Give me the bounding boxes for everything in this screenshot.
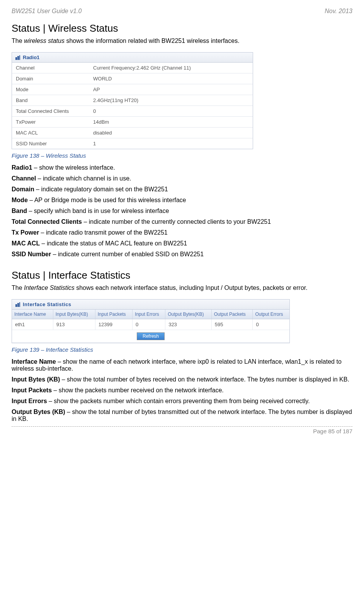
radio1-panel-header: Radio1 — [12, 53, 253, 63]
def-input-errors: Input Errors – show the packets number w… — [12, 398, 352, 405]
def-input-bytes: Input Bytes (KB) – show the total number… — [12, 376, 352, 383]
table-row: ModeAP — [12, 84, 253, 95]
svg-rect-3 — [15, 304, 17, 307]
figure-138-caption: Figure 138 – Wireless Status — [12, 152, 352, 159]
def-radio1: Radio1 – show the wireless interface. — [12, 164, 352, 171]
stats-refresh-row: Refresh — [12, 330, 289, 343]
def-mode: Mode – AP or Bridge mode is be used for … — [12, 197, 352, 204]
svg-rect-2 — [19, 55, 20, 60]
def-input-packets: Input Packets – show the packets number … — [12, 387, 352, 394]
stats-table: Interface Name Input Bytes(KB) Input Pac… — [12, 310, 289, 343]
stats-title: Interface Statistics — [23, 301, 71, 307]
def-output-bytes: Output Bytes (KB) – show the total numbe… — [12, 409, 352, 422]
page-number: Page 85 of 187 — [313, 428, 352, 434]
def-domain: Domain – indicate regulatory domain set … — [12, 186, 352, 193]
radio1-title: Radio1 — [23, 54, 39, 60]
table-row: SSID Number1 — [12, 138, 253, 149]
def-tx-power: Tx Power – indicate radio transmit power… — [12, 229, 352, 236]
def-interface-name: Interface Name – show the name of each n… — [12, 358, 352, 372]
svg-rect-5 — [19, 302, 20, 307]
page-footer: Page 85 of 187 — [12, 426, 352, 434]
section-title-wireless-status: Status | Wireless Status — [12, 22, 352, 34]
page-header: BW2251 User Guide v1.0 Nov. 2013 — [12, 8, 352, 15]
table-row: TxPower14dBm — [12, 117, 253, 128]
def-band: Band – specify which band is in use for … — [12, 208, 352, 215]
def-mac-acl: MAC ACL – indicate the status of MAC ACL… — [12, 240, 352, 247]
radio1-panel: Radio1 ChannelCurrent Frequency:2.462 GH… — [12, 52, 253, 149]
section-title-interface-statistics: Status | Interface Statistics — [12, 269, 352, 281]
table-row: ChannelCurrent Frequency:2.462 GHz (Chan… — [12, 63, 253, 73]
def-channel: Channel – indicate which channel is in u… — [12, 175, 352, 182]
stats-icon — [15, 302, 20, 307]
table-row: Total Connected Clients0 — [12, 106, 253, 117]
table-row: Band2.4GHz(11ng HT20) — [12, 95, 253, 106]
intro-wireless-status: The wireless status shows the informatio… — [12, 37, 352, 44]
table-row: MAC ACLdisabled — [12, 128, 253, 138]
svg-rect-4 — [17, 303, 19, 307]
radio1-table: ChannelCurrent Frequency:2.462 GHz (Chan… — [12, 63, 253, 149]
intro-interface-statistics: The Interface Statistics shows each netw… — [12, 284, 352, 291]
svg-rect-1 — [17, 56, 19, 60]
refresh-button[interactable]: Refresh — [137, 332, 165, 340]
table-row: DomainWORLD — [12, 73, 253, 84]
figure-139-caption: Figure 139 – Interface Statistics — [12, 346, 352, 353]
stats-data-row: eth1 913 12399 0 323 595 0 — [12, 319, 289, 330]
def-ssid-number: SSID Number – indicate current number of… — [12, 251, 352, 258]
header-left: BW2251 User Guide v1.0 — [12, 8, 82, 15]
radio-icon — [15, 55, 20, 60]
stats-header-row: Interface Name Input Bytes(KB) Input Pac… — [12, 310, 289, 319]
svg-rect-0 — [15, 57, 17, 60]
interface-statistics-panel: Interface Statistics Interface Name Inpu… — [12, 299, 290, 343]
def-total-clients: Total Connected Clients – indicate numbe… — [12, 218, 352, 225]
stats-panel-header: Interface Statistics — [12, 300, 289, 310]
header-right: Nov. 2013 — [325, 8, 352, 15]
